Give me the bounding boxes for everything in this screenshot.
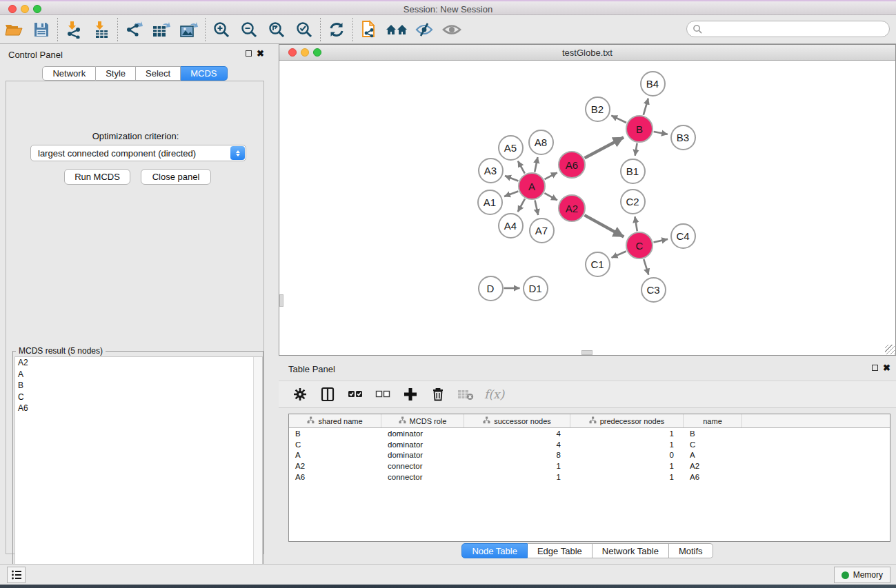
tab-select[interactable]: Select — [136, 66, 181, 81]
mcds-result-item[interactable]: A2 — [15, 357, 262, 369]
table-cell[interactable]: 8 — [464, 451, 570, 459]
home-button[interactable] — [383, 17, 410, 42]
graph-node-a7[interactable]: A7 — [529, 218, 555, 243]
table-cell[interactable]: connector — [381, 473, 464, 481]
table-cell[interactable]: 4 — [464, 440, 570, 449]
edge-A2-C[interactable] — [584, 215, 624, 236]
table-cell[interactable]: 1 — [464, 462, 570, 470]
graph-node-b3[interactable]: B3 — [670, 125, 696, 150]
network-canvas[interactable]: B4B2BB3A8A5A6A3B1AC2A1A2A4A7C4CC1DD1C3 — [279, 61, 895, 355]
edge-A-A4[interactable] — [518, 199, 525, 212]
float-panel-icon[interactable] — [872, 365, 878, 371]
delete-column-button[interactable] — [429, 385, 447, 403]
mcds-result-item[interactable]: A — [15, 369, 262, 381]
table-cell[interactable]: A — [684, 451, 742, 459]
refresh-button[interactable] — [323, 17, 350, 42]
export-network-button[interactable] — [120, 17, 148, 42]
table-row[interactable]: Cdominator41C — [289, 439, 890, 450]
graph-node-b[interactable]: B — [626, 115, 653, 143]
graph-node-c2[interactable]: C2 — [620, 189, 646, 214]
network-window-titlebar[interactable]: testGlobe.txt — [279, 45, 895, 61]
table-cell[interactable]: dominator — [381, 440, 464, 449]
hide-graphics-details-button[interactable] — [410, 17, 438, 42]
table-cell[interactable]: 4 — [464, 429, 570, 438]
import-network-button[interactable] — [60, 17, 88, 42]
select-all-button[interactable] — [346, 385, 364, 403]
graph-node-c3[interactable]: C3 — [641, 277, 666, 303]
close-panel-button[interactable]: Close panel — [141, 169, 211, 185]
table-row[interactable]: Bdominator41B — [289, 428, 890, 439]
graph-node-a3[interactable]: A3 — [478, 158, 504, 183]
table-cell[interactable]: 1 — [570, 429, 684, 438]
graph-node-a8[interactable]: A8 — [528, 130, 554, 155]
zoom-selected-button[interactable] — [290, 17, 318, 42]
graph-node-a5[interactable]: A5 — [498, 135, 524, 161]
table-cell[interactable]: 1 — [570, 440, 684, 449]
column-header-successor-nodes[interactable]: successor nodes — [464, 414, 570, 427]
edge-A-A7[interactable] — [535, 201, 538, 216]
save-session-button[interactable] — [28, 17, 55, 42]
zoom-fit-button[interactable] — [263, 17, 290, 42]
mcds-result-item[interactable]: A6 — [15, 403, 262, 414]
table-cell[interactable]: A2 — [684, 462, 742, 470]
tab-style[interactable]: Style — [96, 66, 136, 81]
table-row[interactable]: A2connector11A2 — [289, 460, 890, 472]
edge-C-C4[interactable] — [653, 239, 668, 243]
graph-node-b2[interactable]: B2 — [585, 97, 610, 122]
graph-node-c[interactable]: C — [626, 232, 653, 259]
table-cell[interactable]: dominator — [381, 429, 464, 438]
table-cell[interactable]: A2 — [289, 462, 381, 470]
mcds-result-item[interactable]: B — [15, 380, 262, 392]
edge-C-C2[interactable] — [635, 216, 637, 231]
tab-node-table[interactable]: Node Table — [461, 543, 528, 558]
show-graphics-details-button[interactable] — [438, 17, 466, 42]
zoom-in-button[interactable] — [208, 17, 235, 42]
table-row[interactable]: A6connector11A6 — [289, 472, 890, 483]
edge-B-B3[interactable] — [654, 132, 668, 134]
table-row[interactable]: Adominator80A — [289, 450, 890, 461]
graph-node-b1[interactable]: B1 — [620, 159, 646, 184]
tab-motifs[interactable]: Motifs — [669, 543, 713, 558]
search-input[interactable] — [703, 22, 889, 36]
tab-network-table[interactable]: Network Table — [593, 543, 669, 558]
table-cell[interactable]: A — [289, 451, 381, 459]
edge-A-A8[interactable] — [535, 157, 537, 172]
edge-B-B2[interactable] — [611, 116, 626, 123]
edge-C-C1[interactable] — [612, 251, 626, 257]
graph-node-d[interactable]: D — [478, 276, 504, 301]
window-resize-grip[interactable] — [885, 345, 895, 354]
open-file-button[interactable] — [0, 17, 28, 42]
task-history-button[interactable] — [7, 567, 26, 583]
mcds-result-list[interactable]: A2ABCA6 — [14, 356, 263, 588]
optimization-criterion-select[interactable]: largest connected component (directed) — [30, 145, 246, 161]
table-cell[interactable]: connector — [381, 462, 464, 470]
float-panel-icon[interactable] — [246, 50, 252, 57]
table-cell[interactable]: A6 — [684, 473, 742, 481]
column-header-mcds-role[interactable]: MCDS role — [381, 414, 464, 427]
graph-node-a1[interactable]: A1 — [477, 190, 503, 215]
graph-node-a6[interactable]: A6 — [558, 151, 586, 179]
tab-edge-table[interactable]: Edge Table — [528, 543, 593, 558]
zoom-out-button[interactable] — [235, 17, 263, 42]
edge-A-A1[interactable] — [504, 191, 518, 196]
edge-A-A6[interactable] — [545, 172, 557, 179]
edge-B-B4[interactable] — [644, 99, 648, 115]
tab-mcds[interactable]: MCDS — [181, 66, 227, 81]
table-cell[interactable]: C — [289, 440, 381, 449]
export-image-button[interactable] — [175, 17, 203, 42]
graph-node-a[interactable]: A — [518, 172, 546, 200]
new-network-file-button[interactable] — [355, 17, 383, 42]
delete-table-button[interactable] — [457, 385, 475, 403]
table-cell[interactable]: 1 — [570, 473, 684, 481]
close-panel-icon[interactable]: ✖ — [883, 363, 890, 373]
tab-network[interactable]: Network — [42, 66, 96, 81]
run-mcds-button[interactable]: Run MCDS — [64, 169, 130, 185]
column-header-name[interactable]: name — [684, 414, 742, 427]
export-table-button[interactable] — [148, 17, 175, 42]
edge-A-A3[interactable] — [505, 176, 518, 181]
graph-node-b4[interactable]: B4 — [640, 71, 666, 97]
edge-A-A5[interactable] — [518, 161, 525, 174]
show-columns-button[interactable] — [319, 385, 337, 403]
edge-A-A2[interactable] — [544, 193, 557, 200]
table-cell[interactable]: A6 — [289, 473, 381, 481]
